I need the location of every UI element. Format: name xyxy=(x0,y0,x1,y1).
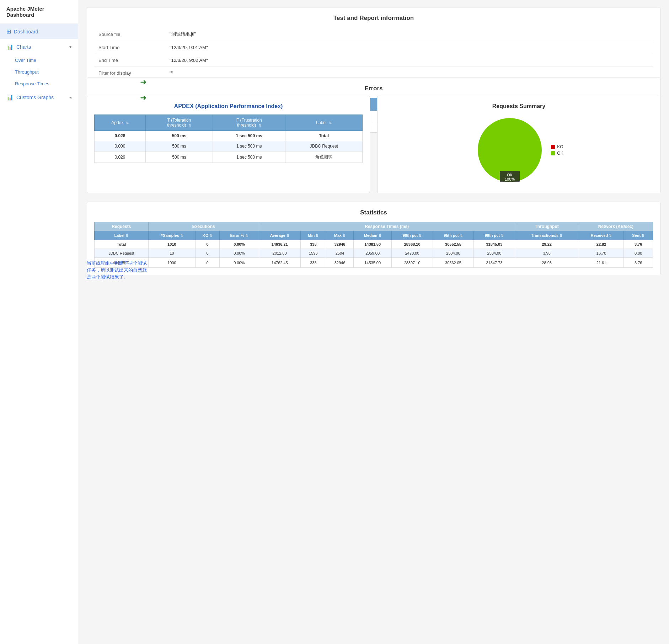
sidebar-item-over-time[interactable]: Over Time xyxy=(0,54,78,66)
report-info-row: Source file"测试结果.jtl" xyxy=(94,27,653,41)
sidebar-charts-label: Charts xyxy=(16,44,31,50)
svg-text:OK: OK xyxy=(507,173,513,177)
stats-row: JDBC Request1000.00%2012.80159625042059.… xyxy=(95,249,653,258)
report-info-title: Test and Report information xyxy=(94,15,653,22)
pie-section: Requests Summary OK 100% OK 100% xyxy=(385,103,653,186)
svg-text:100%: 100% xyxy=(505,177,515,181)
ok-label: OK xyxy=(557,151,563,156)
stats-col-header[interactable]: Min ⇅ xyxy=(300,231,326,240)
dashboard-icon: ⊞ xyxy=(6,28,11,35)
stats-col-header[interactable]: 95th pct ⇅ xyxy=(433,231,473,240)
pie-chart: OK 100% OK 100% xyxy=(474,115,545,186)
ok-dot xyxy=(551,151,555,155)
app-title: Apache JMeter Dashboard xyxy=(0,0,78,24)
stats-row: 角色测试100000.00%14762.453383294614535.0028… xyxy=(95,258,653,268)
chevron-down-icon: ▾ xyxy=(69,44,71,49)
apdex-col-t: T (Tolerationthreshold) ⇅ xyxy=(145,115,213,131)
stats-col-header[interactable]: Transactions/s ⇅ xyxy=(515,231,579,240)
apdex-row: 0.029500 ms1 sec 500 ms角色测试 xyxy=(95,151,363,163)
group-network: Network (KB/sec) xyxy=(579,222,653,231)
stats-col-header[interactable]: Average ⇅ xyxy=(259,231,300,240)
stats-col-header[interactable]: Received ⇅ xyxy=(579,231,624,240)
ko-dot xyxy=(551,145,555,149)
stats-col-header[interactable]: KO ⇅ xyxy=(196,231,220,240)
errors-title: Errors xyxy=(94,85,653,92)
main-content: 当前线程组中创建了两个测试任务，所以测试出来的自然就是两个测试结果了。 Test… xyxy=(78,0,669,644)
apdex-card: APDEX (Application Performance Index) Ap… xyxy=(87,96,370,193)
stats-col-header[interactable]: Median ⇅ xyxy=(353,231,391,240)
report-info-row: Start Time"12/3/20, 9:01 AM" xyxy=(94,41,653,54)
charts-icon: 📊 xyxy=(6,43,14,50)
sidebar-response-label: Response Times xyxy=(15,81,49,86)
sidebar-item-response-times[interactable]: Response Times xyxy=(0,78,78,90)
group-requests: Requests xyxy=(95,222,149,231)
sidebar: Apache JMeter Dashboard ⊞ Dashboard 📊 Ch… xyxy=(0,0,78,644)
sidebar-item-throughput[interactable]: Throughput xyxy=(0,66,78,78)
stats-col-header[interactable]: Label ⇅ xyxy=(95,231,149,240)
legend-ko: KO xyxy=(551,144,563,149)
pie-title: Requests Summary xyxy=(492,103,545,110)
report-info-row: End Time"12/3/20, 9:02 AM" xyxy=(94,54,653,67)
stats-col-header[interactable]: 90th pct ⇅ xyxy=(392,231,433,240)
apdex-col-f: F (Frustrationthreshold) ⇅ xyxy=(213,115,285,131)
pie-container: OK 100% OK 100% KO OK xyxy=(474,115,563,186)
statistics-card: Statistics Requests Executions Response … xyxy=(87,202,660,275)
ko-label: KO xyxy=(557,144,563,149)
apdex-row: 0.028500 ms1 sec 500 msTotal xyxy=(95,131,363,141)
stats-col-header[interactable]: 99th pct ⇅ xyxy=(474,231,515,240)
stats-col-header[interactable]: Max ⇅ xyxy=(326,231,354,240)
stats-row: Total101000.00%14636.213383294614381.502… xyxy=(95,240,653,249)
sidebar-item-dashboard[interactable]: ⊞ Dashboard xyxy=(0,24,78,39)
stats-col-header[interactable]: Error % ⇅ xyxy=(219,231,259,240)
apdex-col-label: Label ⇅ xyxy=(285,115,363,131)
custom-graphs-icon: 📊 xyxy=(6,94,14,101)
apdex-col-apdex: Apdex ⇅ xyxy=(95,115,146,131)
apdex-row: 0.000500 ms1 sec 500 msJDBC Request xyxy=(95,141,363,151)
report-info-table: Source file"测试结果.jtl"Start Time"12/3/20,… xyxy=(94,27,653,80)
statistics-title: Statistics xyxy=(94,209,653,216)
stats-col-header[interactable]: #Samples ⇅ xyxy=(148,231,195,240)
sidebar-item-custom-graphs[interactable]: 📊 Customs Graphs ◂ xyxy=(0,90,78,105)
apdex-table: Apdex ⇅ T (Tolerationthreshold) ⇅ F (Fru… xyxy=(94,115,363,163)
sidebar-dashboard-label: Dashboard xyxy=(14,29,38,34)
sidebar-throughput-label: Throughput xyxy=(15,69,39,75)
pie-legend: KO OK xyxy=(551,144,563,156)
stats-col-header[interactable]: Sent ⇅ xyxy=(624,231,653,240)
sidebar-customgraphs-label: Customs Graphs xyxy=(16,95,54,100)
legend-ok: OK xyxy=(551,151,563,156)
annotation-text: 当前线程组中创建了两个测试任务，所以测试出来的自然就是两个测试结果了。 xyxy=(87,260,147,281)
group-executions: Executions xyxy=(148,222,259,231)
requests-summary-card: Requests Summary OK 100% OK 100% xyxy=(377,96,660,193)
group-response-times: Response Times (ms) xyxy=(259,222,515,231)
sidebar-item-charts[interactable]: 📊 Charts ▾ xyxy=(0,39,78,54)
chevron-left-icon: ◂ xyxy=(69,95,71,100)
statistics-table: Requests Executions Response Times (ms) … xyxy=(94,222,653,268)
sidebar-overtime-label: Over Time xyxy=(15,58,36,63)
report-info-card: Test and Report information Source file"… xyxy=(87,7,660,87)
group-throughput: Throughput xyxy=(515,222,579,231)
